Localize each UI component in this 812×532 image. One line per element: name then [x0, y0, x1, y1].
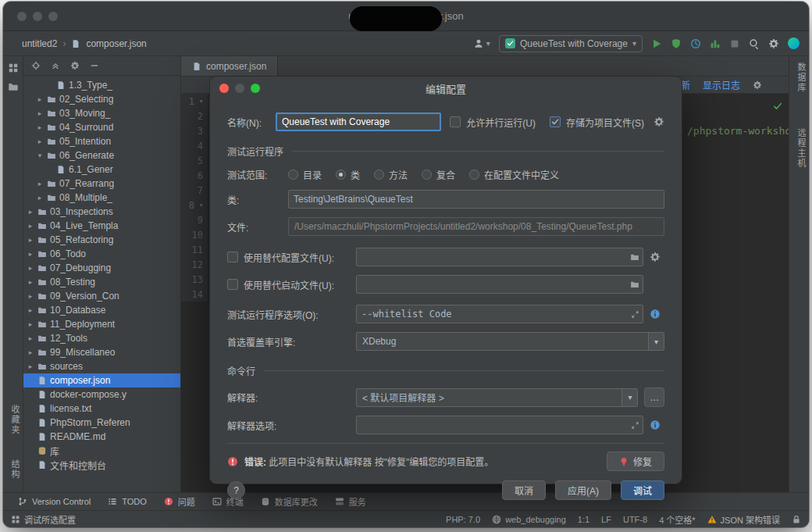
breadcrumb-project[interactable]: untitled2 — [22, 38, 57, 49]
expand-field-icon[interactable] — [631, 310, 639, 319]
tree-collapsed-icon[interactable]: ▸ — [36, 123, 44, 131]
tree-item[interactable]: ▸02_Selecting — [23, 92, 180, 106]
tree-item[interactable]: 文件和控制台 — [23, 458, 180, 472]
interpreter-options-input[interactable] — [356, 416, 643, 434]
tree-item[interactable]: license.txt — [23, 402, 180, 416]
dialog-zoom-button[interactable] — [251, 84, 260, 93]
scope-radio[interactable]: 复合 — [422, 168, 455, 181]
alt-config-checkbox[interactable]: 使用替代配置文件(U): — [227, 251, 356, 264]
window-minimize-button[interactable] — [33, 12, 42, 21]
todo-button[interactable]: TODO — [101, 493, 154, 510]
tree-item[interactable]: ▸04_Surround — [23, 120, 180, 134]
tree-collapsed-icon[interactable]: ▸ — [27, 320, 34, 328]
tree-collapsed-icon[interactable]: ▸ — [27, 292, 34, 300]
runner-options-input[interactable] — [356, 305, 643, 323]
folder-browse-icon[interactable] — [630, 252, 639, 262]
tree-item[interactable]: ▸05_Refactoring — [23, 233, 180, 247]
window-close-button[interactable] — [17, 12, 27, 21]
problems-button[interactable]: 问题 — [157, 493, 202, 510]
tree-collapsed-icon[interactable]: ▸ — [27, 348, 34, 356]
line-separator-widget[interactable]: LF — [601, 515, 611, 524]
database-toolwindow-button[interactable]: 数据库 — [795, 62, 807, 93]
server-widget[interactable]: web_debugging — [492, 515, 566, 524]
tree-item[interactable]: ▸sources — [23, 359, 180, 373]
settings-gear-icon[interactable] — [768, 38, 779, 49]
dialog-close-button[interactable] — [219, 84, 229, 93]
fold-arrow-icon[interactable]: ▾ — [197, 202, 203, 209]
caret-position-widget[interactable]: 1:1 — [578, 515, 589, 524]
scope-radio[interactable]: 方法 — [374, 168, 408, 181]
tree-item[interactable]: ▸11_Deployment — [23, 317, 180, 331]
tree-collapsed-icon[interactable]: ▸ — [36, 137, 44, 145]
folder-toolwindow-icon[interactable] — [8, 81, 19, 92]
fold-arrow-icon[interactable]: ▾ — [197, 98, 203, 105]
tree-collapsed-icon[interactable]: ▸ — [36, 194, 44, 202]
tree-item[interactable]: 6.1_Gener — [23, 162, 180, 177]
tree-collapsed-icon[interactable]: ▸ — [27, 278, 34, 286]
tree-item[interactable]: ▸07_Debugging — [23, 261, 180, 275]
tree-item[interactable]: ▸07_Rearrang — [23, 177, 180, 191]
tree-collapsed-icon[interactable]: ▸ — [27, 334, 34, 342]
tree-item[interactable]: 库 — [23, 444, 180, 458]
tree-collapsed-icon[interactable]: ▸ — [36, 180, 44, 187]
alt-config-gear-icon[interactable] — [650, 252, 661, 262]
json-schema-widget[interactable]: JSON 架构错误 — [707, 513, 780, 526]
run-button-play-icon[interactable] — [651, 38, 662, 49]
tree-collapsed-icon[interactable]: ▸ — [36, 95, 44, 103]
coverage-engine-select[interactable]: XDebug ▾ — [356, 332, 664, 351]
cancel-button[interactable]: 取消 — [502, 480, 546, 500]
tree-collapsed-icon[interactable]: ▸ — [27, 208, 34, 216]
apply-button[interactable]: 应用(A) — [555, 480, 611, 500]
encoding-widget[interactable]: UTF-8 — [623, 515, 647, 524]
tab-composer-json[interactable]: composer.json — [181, 56, 278, 76]
tree-item[interactable]: README.md — [23, 430, 180, 444]
tree-item[interactable]: ▸10_Database — [23, 303, 180, 317]
ide-updates-icon[interactable] — [788, 37, 800, 49]
tree-collapsed-icon[interactable]: ▸ — [27, 250, 34, 258]
tree-item[interactable]: ▸05_Intention — [23, 134, 180, 148]
store-as-project-file-checkbox[interactable]: 存储为项目文件(S) — [550, 116, 644, 129]
show-log-link[interactable]: 显示日志 — [703, 78, 740, 91]
structure-toolwindow-button[interactable]: 结构 — [9, 459, 21, 480]
tree-item[interactable]: ▸08_Testing — [23, 275, 180, 289]
tree-item[interactable]: ▸06_Todo — [23, 247, 180, 261]
interpreter-select[interactable]: < 默认项目解释器 > ▾ — [356, 388, 638, 407]
tree-item[interactable]: ▸03_Inspections — [23, 205, 180, 219]
run-config-selector[interactable]: QueueTest with Coverage ▾ — [499, 35, 643, 52]
tree-item[interactable]: ▸12_Tools — [23, 331, 180, 345]
expand-field-icon[interactable] — [631, 421, 639, 430]
alt-bootstrap-checkbox[interactable]: 使用替代启动文件(U): — [227, 278, 356, 291]
search-everywhere-icon[interactable] — [749, 38, 760, 49]
banner-settings-gear-icon[interactable] — [753, 80, 762, 90]
breadcrumb-file[interactable]: composer.json — [86, 38, 146, 49]
project-toolwindow-icon[interactable] — [8, 62, 19, 73]
tree-expanded-icon[interactable]: ▾ — [36, 152, 44, 159]
run-with-coverage-icon[interactable] — [671, 38, 682, 49]
collapse-all-icon[interactable] — [51, 61, 60, 70]
help-button[interactable]: ? — [227, 481, 245, 499]
scope-radio[interactable]: 在配置文件中定义 — [469, 168, 559, 181]
inspections-ok-icon[interactable] — [773, 100, 782, 111]
codewithme-menu[interactable]: ▾ — [473, 38, 490, 49]
interpreter-browse-button[interactable]: … — [644, 387, 664, 407]
lock-icon[interactable] — [792, 515, 801, 524]
scope-radio[interactable]: 目录 — [288, 168, 322, 181]
version-control-button[interactable]: Version Control — [11, 493, 98, 510]
tree-item[interactable]: ▸03_Moving_ — [23, 106, 180, 120]
php-version-widget[interactable]: PHP: 7.0 — [446, 515, 480, 524]
class-input[interactable] — [288, 190, 664, 209]
locate-file-icon[interactable] — [31, 61, 41, 70]
tree-item[interactable]: ▸99_Miscellaneo — [23, 345, 180, 359]
tree-item[interactable]: ▸09_Version_Con — [23, 289, 180, 303]
favorites-toolwindow-button[interactable]: 收藏夹 — [9, 405, 21, 435]
info-icon[interactable] — [650, 420, 661, 430]
tree-item[interactable]: ▾06_Generate — [23, 148, 180, 162]
tree-item[interactable]: ▸04_Live_Templa — [23, 219, 180, 233]
concurrency-diagram-icon[interactable] — [710, 38, 721, 49]
tree-collapsed-icon[interactable]: ▸ — [27, 236, 34, 244]
tree-item[interactable]: composer.json — [23, 373, 180, 387]
alt-config-input[interactable] — [356, 248, 643, 266]
fix-button[interactable]: 修复 — [607, 452, 664, 471]
tree-collapsed-icon[interactable]: ▸ — [27, 362, 34, 370]
profiler-clock-icon[interactable] — [690, 38, 701, 49]
